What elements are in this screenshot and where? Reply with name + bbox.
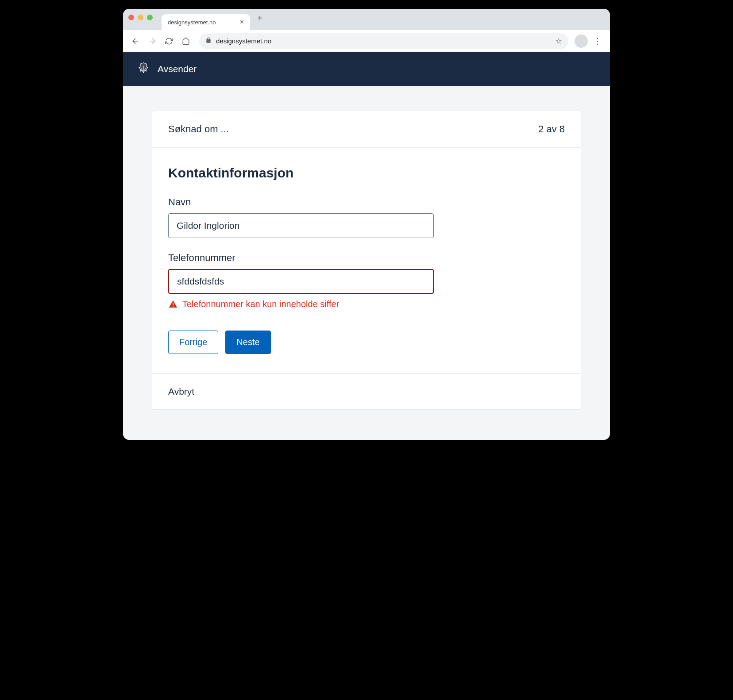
cancel-button[interactable]: Avbryt xyxy=(168,386,194,397)
phone-error-message: Telefonnummer kan kun inneholde siffer xyxy=(168,299,565,309)
close-window-button[interactable] xyxy=(128,15,134,20)
app-header: Avsender xyxy=(123,52,610,86)
browser-tab[interactable]: designsystemet.no × xyxy=(162,14,250,30)
app-body: Søknad om ... 2 av 8 Kontaktinformasjon … xyxy=(123,86,610,440)
step-indicator: 2 av 8 xyxy=(538,123,565,135)
alert-triangle-icon xyxy=(168,300,178,309)
name-input[interactable] xyxy=(168,213,434,238)
previous-button[interactable]: Forrige xyxy=(168,331,218,354)
plus-icon: + xyxy=(257,13,262,23)
button-row: Forrige Neste xyxy=(168,331,565,354)
arrow-right-icon xyxy=(148,37,157,46)
kebab-icon: ⋮ xyxy=(593,36,602,46)
address-bar[interactable]: designsystemet.no ☆ xyxy=(199,33,568,49)
arrow-left-icon xyxy=(131,37,140,46)
phone-label: Telefonnummer xyxy=(168,252,565,264)
section-heading: Kontaktinformasjon xyxy=(168,165,565,181)
browser-tab-strip: designsystemet.no × + xyxy=(123,9,610,30)
svg-rect-0 xyxy=(173,303,174,305)
card-body: Kontaktinformasjon Navn Telefonnummer xyxy=(152,148,581,373)
card-header: Søknad om ... 2 av 8 xyxy=(152,111,581,148)
form-title: Søknad om ... xyxy=(168,123,229,135)
back-button[interactable] xyxy=(128,34,143,48)
close-tab-icon[interactable]: × xyxy=(240,18,244,26)
name-field-group: Navn xyxy=(168,196,565,238)
lock-icon xyxy=(205,37,212,45)
browser-toolbar: designsystemet.no ☆ ⋮ xyxy=(123,30,610,52)
reload-button[interactable] xyxy=(162,34,176,48)
card-footer: Avbryt xyxy=(152,373,581,409)
profile-avatar[interactable] xyxy=(575,35,588,48)
home-button[interactable] xyxy=(179,34,193,48)
next-button[interactable]: Neste xyxy=(225,331,270,354)
svg-rect-1 xyxy=(173,306,174,307)
home-icon xyxy=(182,37,190,45)
phone-input[interactable] xyxy=(168,269,434,294)
name-label: Navn xyxy=(168,196,565,208)
new-tab-button[interactable]: + xyxy=(254,12,266,24)
phone-field-group: Telefonnummer Telefonnummer kan kun inne… xyxy=(168,252,565,309)
reload-icon xyxy=(165,37,173,45)
url-text: designsystemet.no xyxy=(216,37,551,45)
tab-title: designsystemet.no xyxy=(168,19,216,26)
browser-window: designsystemet.no × + designsystemet.no … xyxy=(123,9,610,440)
maximize-window-button[interactable] xyxy=(147,15,153,20)
browser-menu-button[interactable]: ⋮ xyxy=(590,34,605,48)
error-text: Telefonnummer kan kun inneholde siffer xyxy=(182,299,339,309)
form-card: Søknad om ... 2 av 8 Kontaktinformasjon … xyxy=(152,111,581,410)
app-title: Avsender xyxy=(158,64,197,74)
coat-of-arms-icon xyxy=(135,61,151,77)
minimize-window-button[interactable] xyxy=(138,15,143,20)
window-controls xyxy=(128,15,153,20)
forward-button[interactable] xyxy=(145,34,159,48)
bookmark-star-icon[interactable]: ☆ xyxy=(555,36,562,46)
